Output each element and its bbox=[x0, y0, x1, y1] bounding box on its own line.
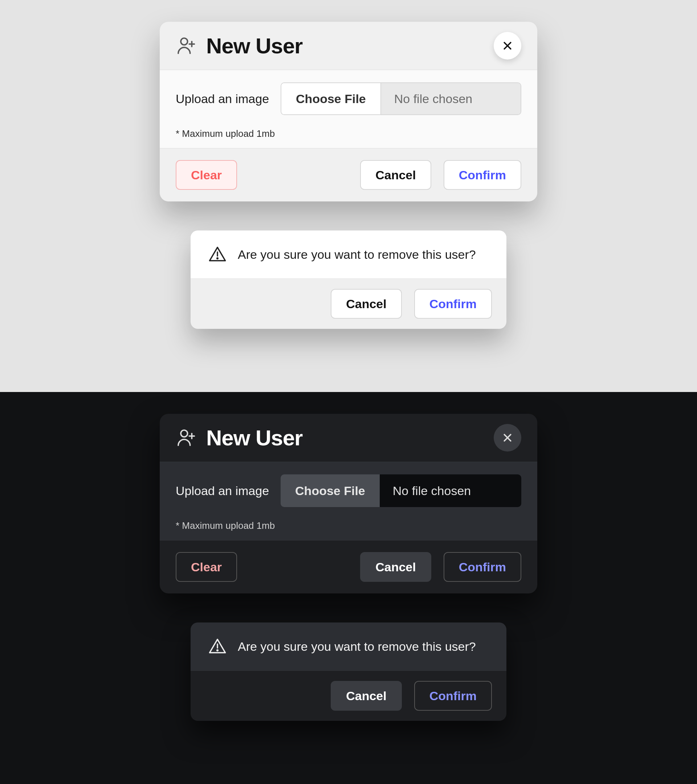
confirm-button[interactable]: Confirm bbox=[443, 160, 521, 190]
remove-user-dialog: Are you sure you want to remove this use… bbox=[191, 231, 506, 329]
close-button[interactable] bbox=[494, 424, 521, 451]
file-status: No file chosen bbox=[381, 83, 521, 114]
modal-body: Upload an image Choose File No file chos… bbox=[160, 70, 537, 148]
footer-right: Cancel Confirm bbox=[360, 160, 521, 190]
warning-icon bbox=[208, 245, 227, 264]
cancel-button[interactable]: Cancel bbox=[360, 552, 431, 582]
modal-header: New User bbox=[160, 22, 537, 70]
dialog-body: Are you sure you want to remove this use… bbox=[191, 623, 506, 671]
modal-title-wrap: New User bbox=[176, 33, 302, 58]
cancel-button[interactable]: Cancel bbox=[360, 160, 431, 190]
file-picker: Choose File No file chosen bbox=[281, 474, 521, 507]
modal-title: New User bbox=[206, 33, 302, 58]
modal-header: New User bbox=[160, 414, 537, 462]
svg-point-7 bbox=[181, 430, 188, 437]
upload-row: Upload an image Choose File No file chos… bbox=[176, 82, 521, 115]
warning-icon bbox=[208, 637, 227, 656]
close-icon bbox=[502, 432, 513, 443]
light-theme-panel: New User Upload an image Choose File No … bbox=[0, 0, 697, 392]
upload-row: Upload an image Choose File No file chos… bbox=[176, 474, 521, 507]
modal-body: Upload an image Choose File No file chos… bbox=[160, 462, 537, 540]
dialog-confirm-button[interactable]: Confirm bbox=[414, 681, 492, 711]
modal-footer: Clear Cancel Confirm bbox=[160, 540, 537, 593]
close-icon bbox=[502, 40, 513, 51]
file-status: No file chosen bbox=[380, 474, 521, 507]
remove-user-dialog: Are you sure you want to remove this use… bbox=[191, 623, 506, 721]
svg-point-13 bbox=[217, 650, 218, 651]
upload-label: Upload an image bbox=[176, 92, 269, 106]
clear-button[interactable]: Clear bbox=[176, 160, 237, 190]
choose-file-button[interactable]: Choose File bbox=[281, 474, 380, 507]
modal-footer: Clear Cancel Confirm bbox=[160, 148, 537, 201]
modal-title: New User bbox=[206, 425, 302, 450]
file-picker: Choose File No file chosen bbox=[281, 82, 521, 115]
upload-label: Upload an image bbox=[176, 484, 269, 498]
svg-point-0 bbox=[181, 38, 188, 45]
dialog-footer: Cancel Confirm bbox=[191, 279, 506, 329]
dialog-body: Are you sure you want to remove this use… bbox=[191, 231, 506, 279]
new-user-modal: New User Upload an image Choose File No … bbox=[160, 414, 537, 593]
upload-hint: * Maximum upload 1mb bbox=[176, 520, 521, 531]
dark-theme-panel: New User Upload an image Choose File No … bbox=[0, 392, 697, 784]
choose-file-button[interactable]: Choose File bbox=[281, 83, 381, 114]
modal-title-wrap: New User bbox=[176, 425, 302, 450]
svg-point-6 bbox=[217, 258, 218, 259]
dialog-message: Are you sure you want to remove this use… bbox=[238, 247, 476, 262]
dialog-cancel-button[interactable]: Cancel bbox=[331, 289, 402, 319]
dialog-footer: Cancel Confirm bbox=[191, 671, 506, 721]
close-button[interactable] bbox=[494, 32, 521, 59]
new-user-modal: New User Upload an image Choose File No … bbox=[160, 22, 537, 201]
confirm-button[interactable]: Confirm bbox=[443, 552, 521, 582]
clear-button[interactable]: Clear bbox=[176, 552, 237, 582]
dialog-cancel-button[interactable]: Cancel bbox=[331, 681, 402, 711]
dialog-message: Are you sure you want to remove this use… bbox=[238, 639, 476, 654]
dialog-confirm-button[interactable]: Confirm bbox=[414, 289, 492, 319]
upload-hint: * Maximum upload 1mb bbox=[176, 128, 521, 139]
user-plus-icon bbox=[176, 428, 196, 448]
user-plus-icon bbox=[176, 36, 196, 56]
footer-right: Cancel Confirm bbox=[360, 552, 521, 582]
